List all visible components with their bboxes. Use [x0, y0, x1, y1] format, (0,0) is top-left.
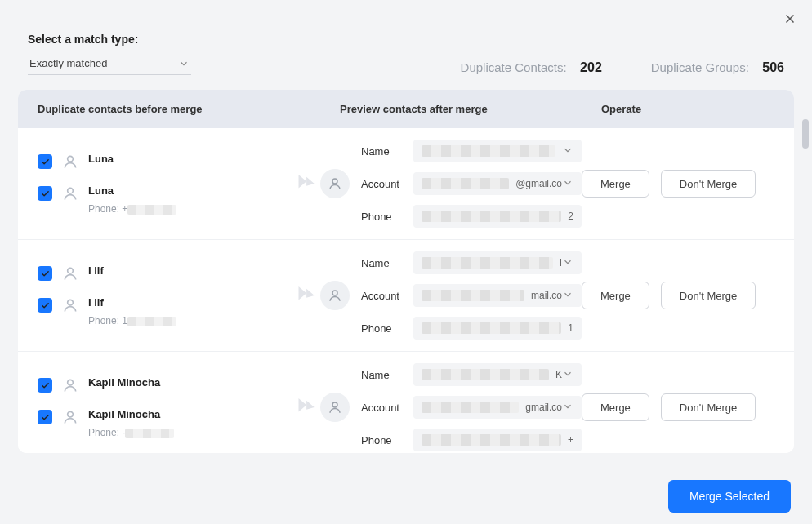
contact-checkbox[interactable]: [38, 298, 52, 313]
contact-name: I llf: [88, 264, 104, 277]
dup-groups-value: 506: [762, 60, 784, 74]
duplicates-table: Duplicate contacts before merge Preview …: [18, 90, 794, 453]
dup-contacts-label: Duplicate Contacts:: [461, 60, 567, 74]
preview-phone-label: Phone: [361, 434, 407, 446]
contact-name: I llf: [88, 296, 176, 309]
preview-account-field[interactable]: @gmail.co: [413, 172, 582, 195]
dont-merge-button[interactable]: Don't Merge: [661, 282, 756, 309]
chevron-down-icon: [178, 58, 190, 69]
contact-row: LunaPhone: +: [38, 184, 320, 215]
col-header-operate: Operate: [601, 103, 774, 115]
match-type-select[interactable]: Exactly matched: [28, 54, 191, 75]
preview-phone-field: 1: [413, 317, 582, 340]
col-header-before: Duplicate contacts before merge: [38, 103, 340, 115]
contact-checkbox[interactable]: [38, 186, 52, 201]
preview-name-field[interactable]: K: [413, 363, 582, 386]
contact-row: I llfPhone: 1: [38, 296, 320, 326]
duplicate-group: Kapil MinochaKapil MinochaPhone: -NameKA…: [18, 352, 794, 453]
preview-avatar: [320, 169, 350, 198]
preview-name-label: Name: [361, 145, 407, 158]
contact-phone: Phone: 1: [88, 315, 176, 326]
contact-phone: Phone: -: [88, 427, 174, 438]
contact-name: Kapil Minocha: [88, 408, 174, 420]
duplicate-group: LunaLunaPhone: +NameAccount@gmail.coPhon…: [18, 128, 794, 240]
dont-merge-button[interactable]: Don't Merge: [661, 393, 756, 421]
contact-name: Luna: [88, 153, 114, 165]
contact-phone: Phone: +: [88, 203, 176, 215]
preview-phone-field: 2: [413, 205, 582, 228]
dont-merge-button[interactable]: Don't Merge: [661, 170, 756, 198]
person-icon: [62, 265, 78, 282]
dup-contacts-value: 202: [580, 60, 602, 74]
dup-groups-label: Duplicate Groups:: [651, 60, 749, 74]
contact-row: I llf: [38, 264, 320, 282]
preview-name-label: Name: [361, 257, 407, 269]
duplicate-group: I llfI llfPhone: 1NameIAccountmail.coPho…: [18, 240, 794, 352]
preview-name-label: Name: [361, 369, 407, 381]
preview-account-label: Account: [361, 290, 407, 302]
contact-checkbox[interactable]: [38, 266, 52, 281]
contact-checkbox[interactable]: [38, 378, 52, 393]
merge-arrow-icon: [289, 398, 317, 416]
merge-button[interactable]: Merge: [582, 170, 649, 198]
chevron-down-icon: [562, 401, 573, 415]
preview-phone-label: Phone: [361, 322, 407, 335]
contact-checkbox[interactable]: [38, 154, 52, 169]
preview-avatar: [320, 393, 350, 422]
preview-phone-field: +: [413, 429, 582, 451]
col-header-preview: Preview contacts after merge: [340, 103, 601, 115]
chevron-down-icon: [562, 177, 573, 191]
contact-name: Luna: [88, 184, 176, 197]
preview-avatar: [320, 281, 350, 310]
contact-name: Kapil Minocha: [88, 376, 160, 389]
scrollbar-thumb[interactable]: [802, 119, 809, 149]
merge-button[interactable]: Merge: [582, 393, 649, 421]
dup-contacts-stat: Duplicate Contacts: 202: [461, 60, 602, 75]
person-icon: [62, 185, 78, 202]
contact-checkbox[interactable]: [38, 410, 52, 424]
preview-phone-label: Phone: [361, 211, 407, 223]
preview-account-label: Account: [361, 402, 407, 414]
chevron-down-icon: [562, 289, 573, 303]
merge-arrow-icon: [289, 175, 317, 193]
match-type-title: Select a match type:: [28, 33, 784, 46]
match-type-value: Exactly matched: [29, 57, 107, 69]
person-icon: [62, 153, 78, 170]
preview-name-field[interactable]: [413, 140, 582, 162]
merge-selected-button[interactable]: Merge Selected: [668, 480, 791, 513]
contact-row: Kapil MinochaPhone: -: [38, 408, 320, 438]
contact-row: Kapil Minocha: [38, 376, 320, 393]
preview-name-field[interactable]: I: [413, 251, 582, 274]
preview-account-label: Account: [361, 178, 407, 190]
chevron-down-icon: [562, 144, 573, 158]
merge-arrow-icon: [289, 286, 317, 304]
chevron-down-icon: [562, 256, 573, 270]
chevron-down-icon: [562, 368, 573, 382]
preview-account-field[interactable]: gmail.co: [413, 396, 582, 419]
close-button[interactable]: [783, 11, 797, 26]
dup-groups-stat: Duplicate Groups: 506: [651, 60, 784, 75]
person-icon: [62, 409, 78, 425]
person-icon: [62, 377, 78, 393]
contact-row: Luna: [38, 153, 320, 170]
merge-button[interactable]: Merge: [582, 282, 649, 309]
person-icon: [62, 297, 78, 313]
preview-account-field[interactable]: mail.co: [413, 284, 582, 307]
